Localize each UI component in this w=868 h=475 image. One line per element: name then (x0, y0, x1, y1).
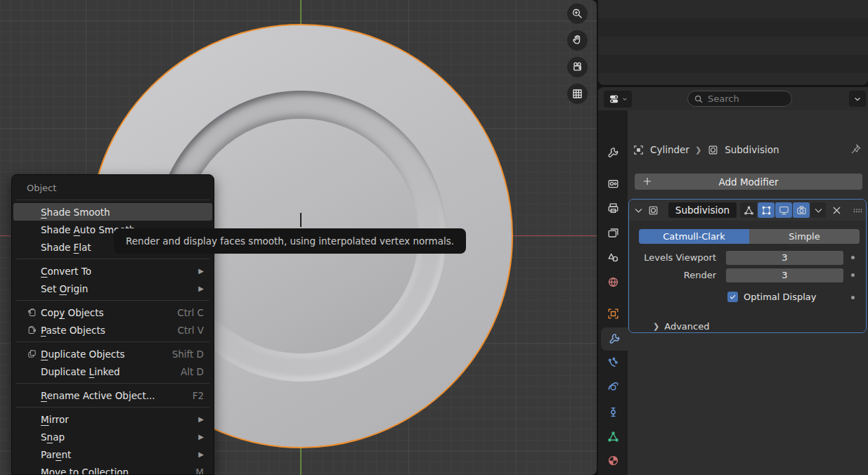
chevron-down-icon (853, 95, 862, 103)
chevron-right-icon: ❯ (653, 322, 659, 331)
modifier-panel-header[interactable]: Subdivision (629, 200, 866, 221)
tab-object[interactable] (598, 302, 628, 325)
menu-item-duplicate-objects[interactable]: Duplicate ObjectsShift D (13, 345, 212, 363)
menu-separator (16, 341, 209, 342)
zoom-icon[interactable] (567, 4, 588, 24)
header-options-button[interactable] (849, 91, 866, 107)
duplicate-icon (22, 349, 41, 359)
menu-item-rename-active-object[interactable]: Rename Active Object...F2 (13, 386, 212, 404)
tab-output[interactable] (598, 197, 628, 220)
menu-item-snap[interactable]: Snap▶ (13, 428, 212, 445)
menu-separator (16, 200, 209, 200)
advanced-label: Advanced (664, 321, 709, 332)
optimal-display-checkbox[interactable] (727, 292, 738, 302)
pin-icon[interactable] (850, 143, 862, 157)
context-menu-title: Object (12, 181, 214, 197)
menu-item-label: Set Origin (41, 283, 198, 294)
orthographic-grid-icon[interactable] (567, 84, 588, 104)
properties-tab-column (598, 110, 628, 475)
menu-item-shade-smooth[interactable]: Shade Smooth (13, 203, 212, 221)
tab-particles[interactable] (598, 351, 628, 375)
plus-icon (642, 176, 653, 189)
submenu-arrow-icon: ▶ (198, 450, 212, 458)
menu-separator (16, 383, 209, 384)
object-context-menu: Object Shade SmoothShade Auto SmoothShad… (11, 174, 214, 475)
tab-physics[interactable] (598, 376, 628, 399)
menu-item-label: Paste Objects (41, 325, 177, 336)
animate-dot[interactable] (851, 256, 855, 259)
modifier-icon (707, 144, 719, 156)
drag-handle-icon[interactable] (851, 202, 864, 218)
menu-item-parent[interactable]: Parent▶ (13, 445, 212, 463)
subdivision-algorithm-segmented-control: Catmull-Clark Simple (639, 229, 860, 244)
close-icon[interactable] (830, 202, 843, 218)
animate-dot[interactable] (851, 296, 855, 299)
tab-render[interactable] (598, 172, 628, 195)
optimal-display-label: Optimal Display (744, 291, 817, 304)
menu-item-label: Duplicate Linked (41, 366, 181, 377)
submenu-arrow-icon: ▶ (198, 433, 212, 441)
tab-material[interactable] (598, 449, 628, 472)
menu-item-copy-objects[interactable]: Copy ObjectsCtrl C (13, 304, 212, 321)
submenu-arrow-icon: ▶ (198, 285, 212, 292)
properties-editor: Cylinder ❯ Subdivision Add Modifier Subd (598, 87, 868, 475)
levels-viewport-label: Levels Viewport (629, 251, 716, 265)
menu-item-move-to-collection[interactable]: Move to CollectionM (13, 463, 212, 475)
simple-option[interactable]: Simple (749, 229, 860, 244)
levels-viewport-field[interactable]: 3 (726, 251, 843, 265)
chevron-down-icon (621, 96, 628, 103)
levels-viewport-row: Levels Viewport 3 (629, 251, 866, 265)
editor-type-button[interactable] (604, 91, 632, 108)
camera-view-icon[interactable] (567, 57, 588, 77)
tab-tool[interactable] (598, 141, 628, 164)
menu-item-label: Rename Active Object... (41, 390, 193, 401)
menu-item-convert-to[interactable]: Convert To▶ (13, 262, 212, 280)
search-input[interactable] (708, 93, 778, 104)
render-field[interactable]: 3 (726, 268, 843, 282)
viewport-nav-gizmos (567, 4, 588, 104)
panel-expand-chevron-icon[interactable] (632, 202, 644, 218)
menu-item-paste-objects[interactable]: Paste ObjectsCtrl V (13, 321, 212, 339)
tab-world[interactable] (598, 271, 628, 294)
search-icon (694, 94, 704, 104)
animate-dot[interactable] (851, 273, 855, 277)
menu-item-shortcut: Alt D (181, 366, 212, 377)
menu-item-mirror[interactable]: Mirror▶ (13, 410, 212, 428)
modifier-extras-dropdown[interactable] (810, 202, 826, 218)
tab-scene[interactable] (598, 246, 628, 269)
tab-view-layer[interactable] (598, 221, 628, 245)
modifier-name-field[interactable]: Subdivision (668, 202, 737, 218)
menu-item-set-origin[interactable]: Set Origin▶ (13, 280, 212, 297)
edit-mode-display-toggle[interactable] (740, 202, 757, 218)
submenu-arrow-icon: ▶ (198, 267, 212, 275)
catmull-clark-option[interactable]: Catmull-Clark (639, 229, 749, 244)
object-data-icon (633, 144, 644, 156)
tab-modifiers[interactable] (601, 327, 628, 351)
advanced-section-toggle[interactable]: ❯ Advanced (653, 319, 709, 333)
breadcrumb-modifier[interactable]: Subdivision (725, 144, 779, 155)
search-box[interactable] (687, 91, 792, 107)
menu-item-shortcut: F2 (193, 390, 212, 401)
modifier-icon (646, 202, 660, 218)
add-modifier-button[interactable]: Add Modifier (635, 174, 862, 190)
menu-item-label: Shade Smooth (41, 207, 204, 218)
render-display-toggle[interactable] (793, 202, 810, 218)
menu-item-shortcut: M (195, 467, 212, 475)
tab-object-data[interactable] (598, 425, 628, 448)
properties-header (598, 87, 868, 110)
outliner-editor[interactable] (598, 0, 868, 85)
render-label: Render (629, 268, 716, 282)
tab-constraints[interactable] (598, 401, 628, 424)
breadcrumb-object[interactable]: Cylinder (650, 144, 689, 155)
properties-main: Cylinder ❯ Subdivision Add Modifier Subd (628, 110, 868, 475)
pan-hand-icon[interactable] (567, 30, 588, 51)
menu-item-label: Duplicate Objects (41, 349, 172, 360)
render-levels-row: Render 3 (629, 268, 866, 282)
realtime-display-toggle[interactable] (775, 202, 792, 218)
subdivision-modifier-panel: Subdivision (628, 199, 867, 333)
menu-item-label: Copy Objects (41, 307, 177, 318)
menu-item-label: Snap (41, 431, 198, 443)
on-cage-toggle[interactable] (758, 202, 775, 218)
menu-item-duplicate-linked[interactable]: Duplicate LinkedAlt D (13, 363, 212, 380)
copy-icon (22, 307, 41, 318)
